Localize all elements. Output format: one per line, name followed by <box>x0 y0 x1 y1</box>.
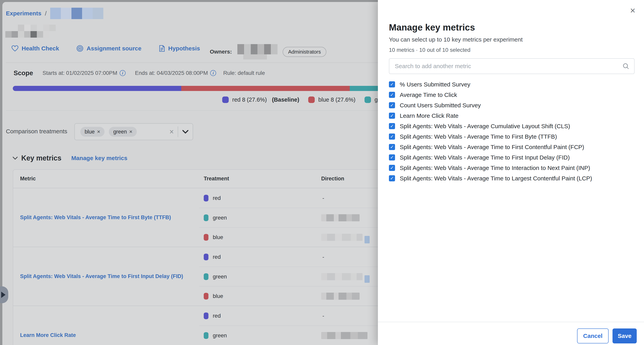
metric-label: Split Agents: Web Vitals - Average Time … <box>400 133 557 140</box>
checkbox-checked-icon[interactable]: ✓ <box>389 102 395 108</box>
metric-label: Split Agents: Web Vitals - Average Time … <box>400 154 570 161</box>
metric-list-item[interactable]: ✓Split Agents: Web Vitals - Average Time… <box>389 173 634 184</box>
metric-label: Learn More Click Rate <box>400 112 458 119</box>
metric-list-item[interactable]: ✓Average Time to Click <box>389 90 634 100</box>
metric-list-item[interactable]: ✓Split Agents: Web Vitals - Average Cumu… <box>389 121 634 131</box>
checkbox-checked-icon[interactable]: ✓ <box>389 81 395 87</box>
manage-key-metrics-panel: × Manage key metrics You can select up t… <box>378 0 644 345</box>
metric-list-item[interactable]: ✓Split Agents: Web Vitals - Average Time… <box>389 142 634 152</box>
panel-footer: Cancel Save <box>378 322 644 345</box>
metric-label: Split Agents: Web Vitals - Average Cumul… <box>400 123 570 130</box>
metric-label: Count Users Submitted Survey <box>400 102 481 109</box>
checkbox-checked-icon[interactable]: ✓ <box>389 175 395 181</box>
checkbox-checked-icon[interactable]: ✓ <box>389 154 395 160</box>
panel-subtitle: You can select up to 10 key metrics per … <box>389 36 634 43</box>
checkbox-checked-icon[interactable]: ✓ <box>389 123 395 129</box>
search-metric-input[interactable] <box>389 58 634 74</box>
checkbox-checked-icon[interactable]: ✓ <box>389 165 395 171</box>
metric-label: Split Agents: Web Vitals - Average Time … <box>400 165 590 171</box>
metric-checkbox-list: ✓% Users Submitted Survey✓Average Time t… <box>389 79 634 184</box>
checkbox-checked-icon[interactable]: ✓ <box>389 113 395 119</box>
metric-list-item[interactable]: ✓% Users Submitted Survey <box>389 79 634 90</box>
metric-list-item[interactable]: ✓Split Agents: Web Vitals - Average Time… <box>389 163 634 173</box>
checkbox-checked-icon[interactable]: ✓ <box>389 92 395 98</box>
metric-list-item[interactable]: ✓Learn More Click Rate <box>389 111 634 121</box>
metric-label: Split Agents: Web Vitals - Average Time … <box>400 175 592 182</box>
panel-title: Manage key metrics <box>389 22 634 33</box>
save-button[interactable]: Save <box>612 328 637 343</box>
metric-label: Average Time to Click <box>400 92 457 98</box>
metric-label: % Users Submitted Survey <box>400 81 470 88</box>
checkbox-checked-icon[interactable]: ✓ <box>389 134 395 140</box>
cancel-button[interactable]: Cancel <box>577 328 608 343</box>
metric-list-item[interactable]: ✓Split Agents: Web Vitals - Average Time… <box>389 152 634 163</box>
metric-list-item[interactable]: ✓Count Users Submitted Survey <box>389 100 634 111</box>
checkbox-checked-icon[interactable]: ✓ <box>389 144 395 150</box>
metric-label: Split Agents: Web Vitals - Average Time … <box>400 144 584 150</box>
metric-list-item[interactable]: ✓Split Agents: Web Vitals - Average Time… <box>389 131 634 142</box>
search-icon <box>622 63 630 70</box>
metrics-count: 10 metrics · 10 out of 10 selected <box>389 47 634 53</box>
